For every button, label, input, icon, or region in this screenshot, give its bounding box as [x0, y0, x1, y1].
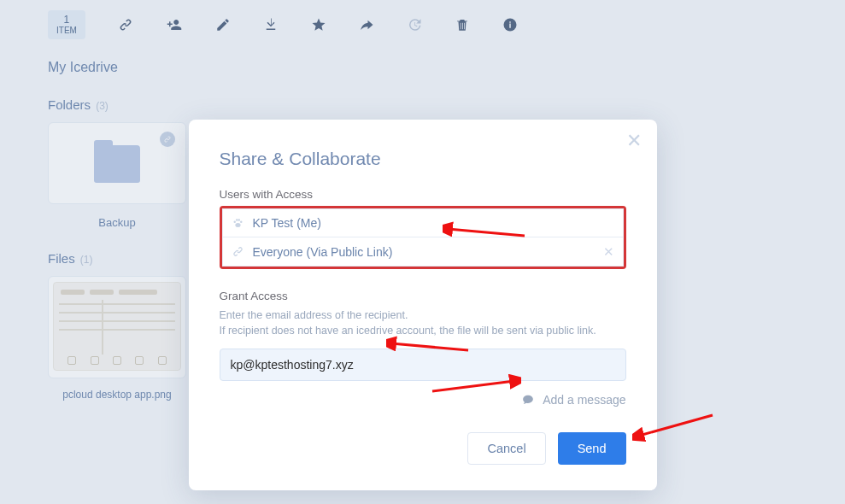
recipient-email-input[interactable] [220, 349, 626, 381]
access-list: KP Test (Me) Everyone (Via Public Link) … [220, 206, 626, 269]
message-icon [522, 393, 537, 407]
access-row-label: KP Test (Me) [253, 216, 321, 230]
svg-point-5 [235, 222, 240, 226]
help-line-2: If recipient does not have an icedrive a… [220, 325, 596, 337]
paw-icon [232, 217, 244, 230]
add-message-link[interactable]: Add a message [220, 393, 626, 407]
cancel-button[interactable]: Cancel [467, 432, 545, 465]
modal-overlay: ✕ Share & Collaborate Users with Access … [0, 0, 845, 504]
modal-actions: Cancel Send [220, 432, 626, 465]
access-row-public: Everyone (Via Public Link) ✕ [222, 237, 624, 267]
svg-point-4 [240, 220, 243, 223]
svg-point-2 [236, 219, 238, 221]
add-message-label: Add a message [543, 393, 625, 407]
help-line-1: Enter the email address of the recipient… [220, 309, 408, 321]
access-row-owner: KP Test (Me) [222, 208, 624, 237]
grant-access-help: Enter the email address of the recipient… [220, 308, 626, 338]
grant-access-label: Grant Access [220, 290, 626, 302]
remove-access-icon[interactable]: ✕ [603, 244, 614, 260]
users-with-access-label: Users with Access [220, 188, 626, 201]
access-row-label: Everyone (Via Public Link) [253, 245, 393, 259]
send-button[interactable]: Send [558, 432, 626, 465]
link-icon [232, 245, 244, 258]
modal-title: Share & Collaborate [220, 149, 626, 169]
svg-point-1 [233, 220, 236, 223]
share-modal: ✕ Share & Collaborate Users with Access … [189, 120, 657, 490]
grant-access-section: Grant Access Enter the email address of … [220, 290, 626, 407]
svg-point-3 [238, 219, 240, 221]
close-icon[interactable]: ✕ [626, 132, 642, 150]
